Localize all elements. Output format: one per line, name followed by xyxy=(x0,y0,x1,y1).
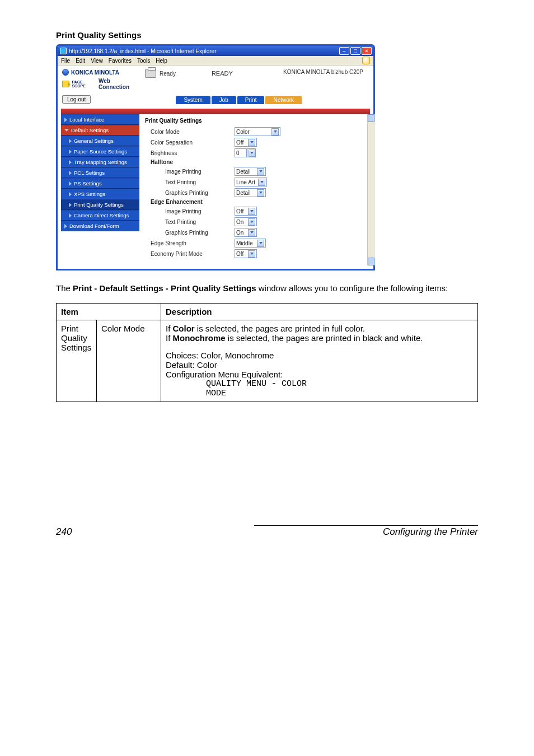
maximize-button[interactable]: □ xyxy=(350,47,360,55)
tab-print[interactable]: Print xyxy=(237,96,265,104)
select-value: Off xyxy=(236,139,243,146)
label-halftone-graphics: Graphics Printing xyxy=(145,190,235,196)
chevron-right-icon xyxy=(69,181,72,186)
sidebar-item-general[interactable]: General Settings xyxy=(61,136,139,146)
select-edge-graphics[interactable]: On xyxy=(235,228,257,237)
th-description: Description xyxy=(161,304,478,320)
chevron-down-icon xyxy=(258,179,265,186)
select-value: Detail xyxy=(236,190,251,196)
chevron-down-icon xyxy=(64,129,69,132)
select-halftone-image[interactable]: Detail xyxy=(235,167,266,176)
menubar[interactable]: File Edit View Favorites Tools Help xyxy=(58,56,373,66)
sidebar-item-paper-source[interactable]: Paper Source Settings xyxy=(61,146,139,157)
select-value: Off xyxy=(236,251,243,257)
sidebar-item-default-settings[interactable]: Default Settings xyxy=(61,125,139,136)
tab-system[interactable]: System xyxy=(176,96,210,104)
page-header: KONICA MINOLTA PAGE SCOPE Web Connection… xyxy=(58,66,373,92)
sidebar-item-label: Default Settings xyxy=(71,127,109,133)
sidebar-item-label: XPS Settings xyxy=(74,191,105,197)
sidebar-item-label: General Settings xyxy=(74,138,114,144)
tab-job[interactable]: Job xyxy=(212,96,236,104)
sidebar: Local Interface Default Settings General… xyxy=(61,114,139,265)
sidebar-item-camera-direct[interactable]: Camera Direct Settings xyxy=(61,210,139,221)
select-value: Middle xyxy=(236,240,252,246)
chevron-right-icon xyxy=(69,203,72,207)
chevron-down-icon xyxy=(248,218,255,226)
sidebar-item-label: Paper Source Settings xyxy=(74,148,127,155)
menu-tools[interactable]: Tools xyxy=(137,58,150,64)
input-brightness[interactable]: 0 xyxy=(235,148,247,157)
menu-favorites[interactable]: Favorites xyxy=(109,58,132,64)
chevron-right-icon xyxy=(69,160,72,165)
sidebar-item-print-quality[interactable]: Print Quality Settings xyxy=(61,199,139,210)
settings-pane: Print Quality Settings Color Mode Color … xyxy=(139,114,370,265)
status-big: READY xyxy=(212,70,233,77)
select-edge-strength[interactable]: Middle xyxy=(235,239,266,248)
th-item: Item xyxy=(57,304,161,320)
scrollbar-up-button[interactable] xyxy=(368,114,374,122)
select-halftone-text[interactable]: Line Art xyxy=(235,178,267,186)
sidebar-item-label: Download Font/Form xyxy=(69,223,119,229)
chevron-down-icon xyxy=(248,208,255,215)
chevron-right-icon xyxy=(69,150,72,154)
menu-file[interactable]: File xyxy=(61,58,70,64)
label-edge-enhancement: Edge Enhancement xyxy=(145,199,235,205)
page-number: 240 xyxy=(56,526,72,538)
select-halftone-graphics[interactable]: Detail xyxy=(235,188,266,197)
menu-edit[interactable]: Edit xyxy=(76,58,85,64)
sidebar-item-tray-mapping[interactable]: Tray Mapping Settings xyxy=(61,157,139,167)
td-description: If Color is selected, the pages are prin… xyxy=(161,320,478,402)
sidebar-item-download-font[interactable]: Download Font/Form xyxy=(61,221,139,231)
sidebar-item-pcl[interactable]: PCL Settings xyxy=(61,167,139,178)
select-edge-text[interactable]: On xyxy=(235,217,257,226)
select-value: Detail xyxy=(236,169,251,175)
scrollbar-track[interactable] xyxy=(367,114,375,265)
pagescope-label: Web Connection xyxy=(99,78,140,90)
footer-title: Configuring the Printer xyxy=(383,526,478,538)
select-color-mode[interactable]: Color xyxy=(235,127,280,136)
window-title: http://192.168.1.2/a_index.html - Micros… xyxy=(69,48,216,54)
chevron-down-icon xyxy=(257,240,264,247)
chevron-right-icon xyxy=(69,192,72,197)
label-halftone-image: Image Printing xyxy=(145,169,235,175)
select-value: Line Art xyxy=(236,179,255,185)
label-edge-strength: Edge Strength xyxy=(145,240,235,246)
label-brightness: Brightness xyxy=(145,150,235,156)
select-edge-image[interactable]: Off xyxy=(235,207,257,216)
browser-window: http://192.168.1.2/a_index.html - Micros… xyxy=(56,44,375,270)
brand-name: KONICA MINOLTA xyxy=(71,69,119,76)
menu-view[interactable]: View xyxy=(91,58,103,64)
brightness-dropdown[interactable] xyxy=(247,148,256,157)
ie-icon xyxy=(60,48,67,54)
td-param: Color Mode xyxy=(97,320,161,402)
km-logo-icon xyxy=(62,69,69,76)
sidebar-item-local-interface[interactable]: Local Interface xyxy=(61,114,139,125)
pagescope-prefix: PAGE SCOPE xyxy=(72,80,96,88)
chevron-right-icon xyxy=(69,139,72,143)
sidebar-item-label: Print Quality Settings xyxy=(74,202,124,208)
logout-button[interactable]: Log out xyxy=(62,95,91,104)
menu-help[interactable]: Help xyxy=(156,58,167,64)
separator-bar xyxy=(61,109,370,114)
label-halftone: Halftone xyxy=(145,159,235,165)
minimize-button[interactable]: – xyxy=(339,47,349,55)
select-value: On xyxy=(236,219,243,225)
chevron-down-icon xyxy=(248,229,255,236)
chevron-down-icon xyxy=(271,128,279,136)
model-label: KONICA MINOLTA bizhub C20P xyxy=(283,69,369,75)
sidebar-item-label: Camera Direct Settings xyxy=(74,212,129,218)
body-paragraph: The Print - Default Settings - Print Qua… xyxy=(56,283,478,294)
tab-network[interactable]: Network xyxy=(265,96,302,104)
status-text: Ready xyxy=(160,71,176,77)
ie-throbber-icon xyxy=(362,57,370,64)
close-button[interactable]: × xyxy=(362,47,372,55)
scrollbar-down-button[interactable] xyxy=(368,258,374,265)
select-value: Color xyxy=(236,129,250,135)
label-edge-image: Image Printing xyxy=(145,208,235,214)
sidebar-item-xps[interactable]: XPS Settings xyxy=(61,189,139,199)
td-group: Print Quality Settings xyxy=(57,320,97,402)
sidebar-item-ps[interactable]: PS Settings xyxy=(61,178,139,189)
chevron-right-icon xyxy=(64,224,67,228)
select-color-separation[interactable]: Off xyxy=(235,138,257,147)
select-economy[interactable]: Off xyxy=(235,249,257,258)
